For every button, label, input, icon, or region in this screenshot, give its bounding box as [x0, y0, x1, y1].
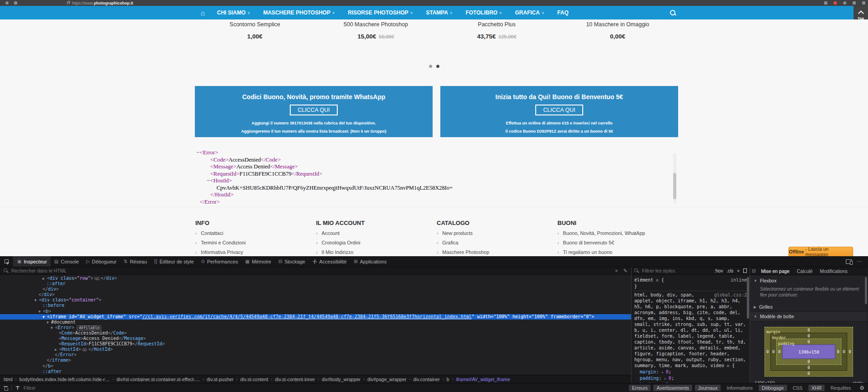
breadcrumb-item[interactable]: body#index.index.hide-left-column.hide-r…	[19, 377, 110, 382]
breadcrumb-item[interactable]: div#page_wrapper	[368, 377, 406, 382]
nav-item-fotolibro[interactable]: FOTOLIBRO∨	[466, 10, 502, 16]
console-filter-input[interactable]: Filtrer	[24, 385, 36, 391]
markup-row[interactable]: ▶<HostId>…</HostId>	[0, 347, 631, 352]
breadcrumb-item[interactable]: div.st-content	[241, 377, 269, 382]
promo-cta-button[interactable]: CLICCA QUI	[290, 105, 338, 115]
markup-row[interactable]: ::before	[0, 303, 631, 308]
filter-journaux[interactable]: Journaux	[695, 385, 721, 391]
nav-item-faq[interactable]: FAQ	[557, 10, 569, 16]
box-value[interactable]: 0	[849, 349, 851, 354]
expand-icon[interactable]: ▸	[661, 370, 666, 374]
markup-row[interactable]: </div>	[0, 287, 631, 292]
markup-row[interactable]: </b>	[0, 363, 631, 369]
css-declaration[interactable]: padding: ▸ 0;	[634, 375, 747, 382]
box-value[interactable]: 0	[807, 334, 810, 338]
css-declaration[interactable]: border: ▸ 0;	[634, 382, 747, 383]
chat-widget-button[interactable]: Offline - Lascia un messaggio	[788, 247, 853, 256]
footer-link-maschere-photoshop[interactable]: ›Maschere Photoshop	[437, 249, 557, 255]
url-bar[interactable]: https://www.photographicshop.it	[67, 1, 133, 5]
scroll-top-button[interactable]: Top	[854, 11, 868, 20]
xml-scrollbar[interactable]	[673, 153, 676, 204]
twisty-icon[interactable]: ▼	[51, 325, 55, 330]
nav-item-risorse-photoshop[interactable]: RISORSE PHOTOSHOP∨	[348, 10, 413, 16]
edit-node-icon[interactable]: ✎	[623, 268, 627, 274]
nav-item-maschere-photoshop[interactable]: MASCHERE PHOTOSHOP∨	[263, 10, 335, 16]
tab-r-seau[interactable]: ⇅Réseau	[120, 256, 151, 267]
box-value[interactable]: 0	[807, 339, 810, 344]
footer-link-buono-novit-promozioni-whatapp[interactable]: ›Buono, Novità, Promozioni, WhatApp	[557, 230, 678, 236]
twisty-icon[interactable]: ▶	[42, 276, 47, 281]
filter-css[interactable]: CSS	[790, 385, 806, 391]
breadcrumb-item[interactable]: div#st-container.st-container.st-effect-…	[116, 377, 200, 382]
section-flexbox[interactable]: ▼ Flexbox	[750, 275, 868, 285]
box-value[interactable]: 0	[807, 359, 810, 364]
box-value[interactable]: 0	[837, 349, 839, 354]
extensions-icon[interactable]	[14, 1, 17, 5]
print-media-icon[interactable]	[743, 268, 747, 273]
markup-row[interactable]: ::after	[0, 281, 631, 287]
xml-scrollbar-thumb[interactable]	[673, 173, 676, 199]
footer-link-contattaci[interactable]: ›Contattaci	[195, 230, 316, 236]
home-icon[interactable]: ⌂	[201, 6, 205, 19]
rule-source-link[interactable]: global.css:2	[714, 292, 747, 298]
tab-accessibilit[interactable]: Accessibilité	[309, 256, 350, 267]
markup-row[interactable]: ▼<div class="container">	[0, 297, 631, 303]
tab-modifications[interactable]: Modifications	[816, 268, 850, 275]
breadcrumb-item[interactable]: div.st-content-inner	[275, 377, 315, 382]
nav-item-chi-siamo[interactable]: CHI SIAMO∨	[217, 10, 250, 16]
expand-icon[interactable]: ▸	[664, 377, 669, 381]
carousel-dot-1[interactable]	[429, 65, 432, 68]
tab-inspecteur[interactable]: ▣Inspecteur	[14, 256, 51, 267]
footer-link-account[interactable]: ›Account	[316, 230, 437, 236]
markup-row[interactable]: </iframe>	[0, 358, 631, 363]
box-value[interactable]: 0	[766, 349, 769, 354]
section-boxmodel[interactable]: ▼ Modèle de boîte	[750, 311, 868, 321]
pick-element-button[interactable]	[0, 256, 14, 267]
styles-filter-bar[interactable]: Filtrer les styles :hov .cls +	[632, 267, 750, 275]
product-card-500-maschere-photoshop[interactable]: 500 Maschere Photoshop15,00€50,00€	[316, 21, 437, 40]
footer-link-grafica[interactable]: ›Grafica	[437, 240, 557, 245]
rule-selector[interactable]: html, body, div, span, applet, object, i…	[634, 292, 746, 368]
styles-scrollbar[interactable]	[747, 277, 749, 319]
twisty-icon[interactable]: ▼	[34, 298, 39, 303]
markup-row[interactable]: <Code>AccessDenied</Code>	[0, 330, 631, 336]
product-card-scontorno-semplice[interactable]: Scontorno Semplice1,00€	[194, 21, 316, 40]
breadcrumb-item[interactable]: div#body_wrapper	[322, 377, 361, 382]
filter-erreurs[interactable]: Erreurs	[629, 385, 651, 391]
class-button[interactable]: .cls	[726, 268, 733, 273]
footer-link-informativa-privacy[interactable]: ›Informativa Privacy	[195, 249, 316, 255]
box-value[interactable]: 0	[778, 349, 780, 354]
clear-console-icon[interactable]	[4, 385, 8, 390]
filter-xhr[interactable]: XHR	[808, 385, 825, 391]
collapse-marker[interactable]: −	[196, 149, 200, 157]
product-card-pacchetto-plus[interactable]: Pacchetto Plus43,75€125,00€	[436, 21, 557, 40]
nav-item-stampa[interactable]: STAMPA∨	[426, 10, 453, 16]
promo-cta-button[interactable]: CLICCA QUI	[535, 105, 584, 115]
rule-selector[interactable]: élément	[634, 277, 653, 282]
tab-console[interactable]: ▤Console	[51, 256, 83, 267]
markup-row[interactable]: <Message>Access Denied</Message>	[0, 336, 631, 341]
adblock-icon[interactable]	[834, 1, 837, 5]
tab-performances[interactable]: ⊙Performances	[198, 256, 242, 267]
back-icon[interactable]	[5, 1, 9, 5]
gear-icon[interactable]: ⚙	[859, 385, 864, 391]
twisty-icon[interactable]: ▼	[38, 309, 43, 314]
box-value[interactable]: 0	[843, 349, 845, 354]
footer-link-ti-regaliamo-un-buono[interactable]: ›Ti regaliamo un buono	[557, 249, 678, 255]
breadcrumb-item[interactable]: html	[4, 377, 13, 382]
tab-diteur-de-style[interactable]: {}Éditeur de style	[151, 256, 198, 267]
markup-row[interactable]: ▼#document	[0, 320, 631, 325]
menu-icon[interactable]	[862, 1, 865, 5]
rule-location[interactable]: inline	[731, 277, 747, 283]
carousel-dot-2[interactable]	[436, 65, 439, 68]
breadcrumb-item[interactable]: div.container	[413, 377, 440, 382]
box-value[interactable]: 0	[807, 328, 810, 332]
filter-d-bogage[interactable]: Débogage	[759, 385, 787, 391]
nav-item-grafica[interactable]: GRAFICA∨	[515, 10, 544, 16]
layout-scrollbar[interactable]	[865, 277, 867, 304]
box-value[interactable]: 0	[807, 371, 810, 376]
markup-row-selected[interactable]: ▼<iframe id="AV_widget_iframe" src="//cl…	[0, 314, 631, 320]
markup-row[interactable]: ▼<Error>défilable	[0, 325, 631, 330]
section-grids[interactable]: ▶ Grilles	[750, 301, 868, 311]
pseudo-class-button[interactable]: :hov	[714, 268, 723, 273]
